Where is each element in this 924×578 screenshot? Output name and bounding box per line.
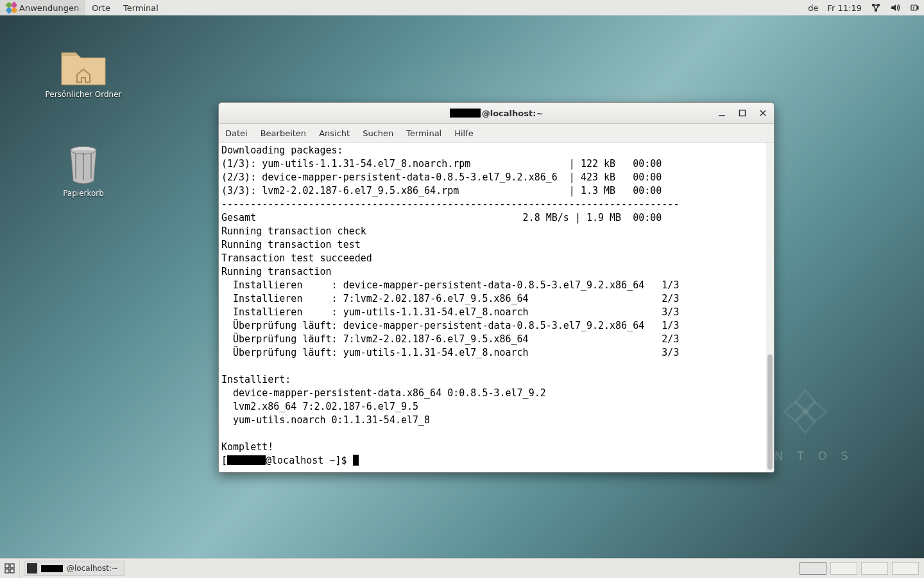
- applications-menu[interactable]: Anwendungen: [0, 0, 85, 15]
- svg-rect-10: [5, 569, 9, 573]
- desktop[interactable]: Persönlicher Ordner Papierkorb C E N T O…: [0, 15, 924, 559]
- menu-help[interactable]: Hilfe: [448, 124, 480, 142]
- battery-icon[interactable]: [905, 0, 924, 15]
- terminal-cursor: [353, 455, 359, 466]
- minimize-icon: [718, 109, 726, 117]
- show-desktop-button[interactable]: [0, 559, 20, 578]
- menu-file[interactable]: Datei: [219, 124, 254, 142]
- home-folder-label: Persönlicher Ordner: [45, 90, 122, 99]
- terminal-titlebar[interactable]: @localhost:~: [219, 103, 774, 124]
- window-close-button[interactable]: [756, 106, 770, 120]
- taskbar-entry-terminal[interactable]: @localhost:~: [24, 561, 125, 576]
- network-icon[interactable]: [866, 0, 886, 15]
- show-desktop-icon: [4, 563, 15, 574]
- terminal-scrollbar[interactable]: [766, 143, 774, 472]
- close-icon: [759, 109, 767, 117]
- workspace-2[interactable]: [830, 562, 857, 575]
- workspace-3[interactable]: [861, 562, 888, 575]
- folder-home-icon: [45, 48, 122, 87]
- bottom-panel: @localhost:~: [0, 558, 924, 578]
- top-panel: Anwendungen Orte Terminal de Fr 11:19: [0, 0, 924, 16]
- terminal-title: @localhost:~: [450, 109, 543, 118]
- trash-label: Papierkorb: [45, 189, 122, 198]
- menu-terminal[interactable]: Terminal: [400, 124, 448, 142]
- clock[interactable]: Fr 11:19: [823, 0, 866, 15]
- centos-logo-icon: [783, 389, 828, 437]
- svg-rect-4: [918, 6, 919, 9]
- applications-menu-label: Anwendungen: [19, 3, 79, 13]
- workspace-1[interactable]: [800, 562, 826, 575]
- scrollbar-thumb[interactable]: [767, 355, 773, 469]
- gnome-foot-icon: [6, 3, 17, 13]
- maximize-icon: [739, 109, 746, 117]
- terminal-window: @localhost:~ Datei Bearbeiten Ansicht Su…: [218, 102, 774, 473]
- svg-rect-11: [10, 569, 14, 573]
- keyboard-layout-indicator[interactable]: de: [803, 0, 823, 15]
- window-minimize-button[interactable]: [715, 106, 729, 120]
- terminal-icon: [27, 563, 37, 574]
- trash-desktop-icon[interactable]: Papierkorb: [45, 144, 122, 198]
- window-maximize-button[interactable]: [735, 106, 749, 120]
- home-folder-desktop-icon[interactable]: Persönlicher Ordner: [45, 48, 122, 99]
- redacted-username: [227, 455, 266, 465]
- redacted-username: [450, 109, 481, 118]
- volume-icon[interactable]: [886, 0, 905, 15]
- places-menu[interactable]: Orte: [85, 0, 117, 15]
- workspace-4[interactable]: [892, 562, 919, 575]
- terminal-output[interactable]: Downloading packages: (1/3): yum-utils-1…: [219, 143, 774, 472]
- menu-edit[interactable]: Bearbeiten: [254, 124, 312, 142]
- trash-icon: [45, 144, 122, 186]
- terminal-menubar: Datei Bearbeiten Ansicht Suchen Terminal…: [219, 124, 774, 143]
- redacted-username: [41, 565, 63, 572]
- menu-search[interactable]: Suchen: [356, 124, 400, 142]
- menu-view[interactable]: Ansicht: [312, 124, 356, 142]
- svg-rect-9: [10, 564, 14, 568]
- svg-rect-8: [5, 564, 9, 568]
- svg-rect-7: [740, 110, 746, 116]
- terminal-app-menu[interactable]: Terminal: [117, 0, 165, 15]
